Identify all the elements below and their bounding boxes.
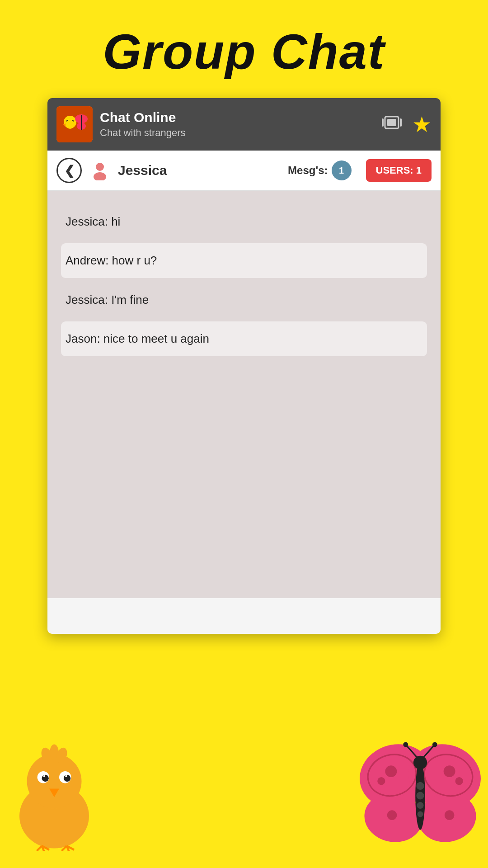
chat-input-area [47, 598, 441, 634]
svg-point-18 [42, 775, 49, 782]
svg-point-50 [444, 765, 455, 777]
back-button[interactable]: ❮ [56, 158, 82, 183]
svg-point-51 [455, 777, 463, 785]
chat-area: Jessica: hiAndrew: how r u?Jessica: I'm … [47, 191, 441, 598]
svg-point-39 [413, 756, 427, 769]
mesg-label: Mesg's: [288, 164, 328, 177]
svg-point-48 [385, 765, 397, 777]
user-avatar [89, 160, 111, 181]
svg-point-53 [445, 810, 455, 820]
svg-rect-11 [400, 118, 402, 127]
page-title: Group Chat [0, 0, 488, 98]
message-input[interactable] [56, 607, 432, 620]
svg-point-13 [94, 172, 106, 180]
app-header: Chat Online Chat with strangers ★ [47, 98, 441, 151]
message-row: Jessica: I'm fine [61, 283, 427, 317]
svg-point-49 [377, 777, 385, 785]
svg-point-45 [416, 792, 424, 799]
svg-point-44 [416, 782, 424, 790]
svg-rect-10 [382, 118, 384, 127]
svg-point-19 [64, 775, 70, 782]
svg-point-52 [387, 810, 397, 820]
chat-subheader: ❮ Jessica Mesg's: 1 USERS: 1 [47, 151, 441, 191]
app-subtitle: Chat with strangers [100, 127, 373, 139]
message-row: Jessica: hi [61, 204, 427, 239]
svg-point-12 [96, 163, 104, 171]
svg-point-15 [27, 754, 82, 809]
message-row: Andrew: how r u? [61, 243, 427, 278]
chick-decoration [5, 741, 104, 841]
app-logo [56, 106, 93, 142]
svg-point-47 [418, 811, 423, 817]
mesg-count-badge: 1 [332, 160, 352, 180]
app-header-text: Chat Online Chat with strangers [100, 110, 373, 139]
svg-point-21 [65, 775, 67, 777]
svg-point-43 [432, 742, 437, 747]
message-row: Jason: nice to meet u again [61, 321, 427, 356]
butterfly-decoration [357, 732, 483, 859]
chat-username: Jessica [118, 163, 281, 178]
svg-point-6 [66, 120, 75, 129]
svg-rect-9 [387, 119, 396, 126]
mesg-section: Mesg's: 1 [288, 160, 351, 180]
star-icon[interactable]: ★ [412, 112, 432, 137]
app-name: Chat Online [100, 110, 373, 125]
users-button[interactable]: USERS: 1 [366, 159, 432, 182]
app-window: Chat Online Chat with strangers ★ ❮ [47, 98, 441, 634]
svg-point-20 [43, 775, 45, 777]
svg-point-46 [417, 802, 423, 809]
header-icons: ★ [380, 112, 432, 137]
svg-point-41 [403, 742, 408, 747]
vibrate-icon [380, 112, 403, 137]
